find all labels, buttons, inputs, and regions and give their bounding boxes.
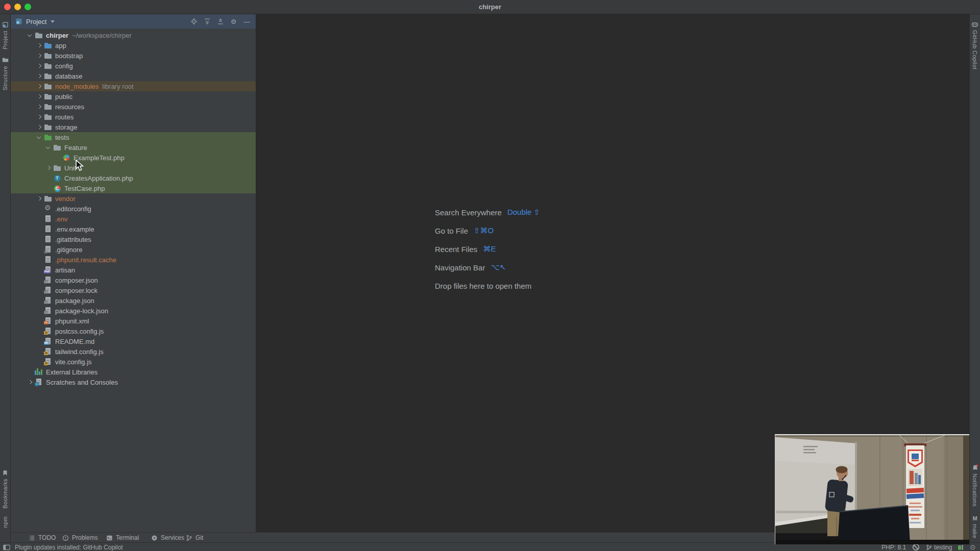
tree-item-ExampleTest.php[interactable]: ExampleTest.php <box>10 153 256 163</box>
chevron-right-icon[interactable] <box>35 81 44 91</box>
file-icon <box>44 256 52 264</box>
hint-label: Go to File <box>435 227 468 235</box>
chevron-right-icon[interactable] <box>44 163 53 173</box>
chevron-right-icon[interactable] <box>26 377 35 387</box>
stripe-button-github-copilot[interactable]: GitHub Copilot <box>971 21 978 69</box>
tree-item-External Libraries[interactable]: External Libraries <box>10 367 256 377</box>
hint-shortcut: Double ⇧ <box>507 208 540 217</box>
window-layout-icon[interactable] <box>3 544 10 550</box>
chevron-right-icon[interactable] <box>35 122 44 132</box>
tree-item-Feature[interactable]: Feature <box>10 142 256 153</box>
toolwindow-button-terminal[interactable]: Terminal <box>106 533 139 543</box>
tree-item-vendor[interactable]: vendor <box>10 193 256 204</box>
tree-item-label: Feature <box>64 144 87 152</box>
tree-item-artisan[interactable]: artisan <box>10 265 256 275</box>
locate-file-icon[interactable] <box>190 18 198 26</box>
tree-item-phpunit.xml[interactable]: phpunit.xml <box>10 316 256 326</box>
project-tree: chirper~/workspace/chirperappbootstrapco… <box>10 30 256 532</box>
hide-panel-icon[interactable]: — <box>243 18 251 26</box>
js-icon <box>44 327 52 335</box>
json-icon <box>44 276 52 284</box>
chevron-right-icon[interactable] <box>35 91 44 102</box>
settings-gear-icon[interactable]: ⚙ <box>230 18 237 26</box>
tree-item-postcss.config.js[interactable]: postcss.config.js <box>10 326 256 336</box>
tree-item-chirper[interactable]: chirper~/workspace/chirper <box>10 30 256 40</box>
tree-item-app[interactable]: app <box>10 40 256 51</box>
trait-icon: T <box>54 175 61 182</box>
tree-item-label: .gitattributes <box>55 236 91 243</box>
tree-item-CreatesApplication.php[interactable]: TCreatesApplication.php <box>10 173 256 183</box>
tree-item-TestCase.php[interactable]: CTestCase.php <box>10 183 256 193</box>
tree-item-.gitignore[interactable]: .gitignore <box>10 244 256 255</box>
gear-icon <box>44 205 52 213</box>
file-ignored-icon <box>44 245 52 254</box>
tree-item-label: .gitignore <box>55 246 82 254</box>
tree-item-composer.json[interactable]: composer.json <box>10 275 256 285</box>
tree-item-tests[interactable]: tests <box>10 132 256 142</box>
collapse-all-icon[interactable] <box>216 18 224 26</box>
tree-item-public[interactable]: public <box>10 91 256 102</box>
folder-icon <box>44 123 52 131</box>
chevron-spacer <box>35 275 44 285</box>
stripe-button-bookmarks[interactable]: Bookmarks <box>2 470 8 509</box>
tree-item-label: app <box>55 42 66 49</box>
chevron-down-icon[interactable] <box>44 142 53 153</box>
tree-item-Unit[interactable]: Unit <box>10 163 256 173</box>
tree-item-resources[interactable]: resources <box>10 102 256 112</box>
tree-item-routes[interactable]: routes <box>10 112 256 122</box>
tree-item-config[interactable]: config <box>10 61 256 71</box>
make-tool-icon: M <box>972 515 977 521</box>
tree-item-README.md[interactable]: README.md <box>10 336 256 346</box>
md-icon <box>44 337 52 345</box>
chevron-down-icon[interactable] <box>26 30 35 40</box>
project-panel: Project ⚙ — chirper~/workspace/chirperap… <box>10 14 256 532</box>
tree-item-.gitattributes[interactable]: .gitattributes <box>10 234 256 244</box>
folder-blue-icon <box>44 41 52 49</box>
tree-item-Scratches and Consoles[interactable]: Scratches and Consoles <box>10 377 256 387</box>
tree-item-.env[interactable]: .env <box>10 214 256 224</box>
stripe-button-structure[interactable]: Structure <box>2 57 9 90</box>
left-tool-stripe: Project Structure Bookmarks npm <box>0 14 11 542</box>
stripe-button-npm[interactable]: npm <box>2 516 8 528</box>
chevron-right-icon[interactable] <box>35 51 44 61</box>
tree-item-vite.config.js[interactable]: vite.config.js <box>10 357 256 367</box>
chevron-right-icon[interactable] <box>35 193 44 204</box>
resize-gear-icon[interactable]: ⚙ <box>969 544 976 551</box>
toolwindow-button-services[interactable]: Services <box>151 533 184 543</box>
expand-all-icon[interactable] <box>203 18 211 26</box>
chevron-right-icon[interactable] <box>35 112 44 122</box>
tree-item-composer.lock[interactable]: composer.lock <box>10 285 256 295</box>
stripe-button-project[interactable]: Project <box>2 21 9 49</box>
chevron-right-icon[interactable] <box>35 40 44 51</box>
chevron-spacer <box>35 336 44 346</box>
tree-item-.editorconfig[interactable]: .editorconfig <box>10 204 256 214</box>
class-icon: C <box>54 185 61 192</box>
tree-item-database[interactable]: database <box>10 71 256 81</box>
stripe-button-make[interactable]: M make <box>972 515 978 539</box>
tree-item-package-lock.json[interactable]: package-lock.json <box>10 306 256 316</box>
chevron-right-icon[interactable] <box>35 61 44 71</box>
tree-item-package.json[interactable]: package.json <box>10 295 256 306</box>
tree-item-tailwind.config.js[interactable]: tailwind.config.js <box>10 346 256 357</box>
scratch-icon <box>35 378 43 386</box>
chevron-right-icon[interactable] <box>35 102 44 112</box>
folder-icon <box>44 194 52 203</box>
toolwindow-button-git[interactable]: Git <box>186 533 203 543</box>
tree-item-label: resources <box>55 103 84 111</box>
shortcut-hint: Drop files here to open them <box>435 277 540 295</box>
chevron-down-icon[interactable] <box>35 132 44 142</box>
tree-item-.phpunit.result.cache[interactable]: .phpunit.result.cache <box>10 255 256 265</box>
tree-item-storage[interactable]: storage <box>10 122 256 132</box>
chevron-spacer <box>35 285 44 295</box>
tree-item-node_modules[interactable]: node_moduleslibrary root <box>10 81 256 91</box>
toolwindow-button-problems[interactable]: Problems <box>62 533 98 543</box>
tree-item-label: postcss.config.js <box>55 328 104 335</box>
toolwindow-button-todo[interactable]: TODO <box>29 533 56 543</box>
stripe-button-notifications[interactable]: Notifications <box>972 464 978 507</box>
chevron-right-icon[interactable] <box>35 71 44 81</box>
tree-item-bootstrap[interactable]: bootstrap <box>10 51 256 61</box>
chevron-down-icon[interactable] <box>51 20 55 23</box>
project-panel-header[interactable]: Project ⚙ — <box>10 14 256 29</box>
mouse-cursor <box>75 160 84 171</box>
tree-item-.env.example[interactable]: .env.example <box>10 224 256 234</box>
